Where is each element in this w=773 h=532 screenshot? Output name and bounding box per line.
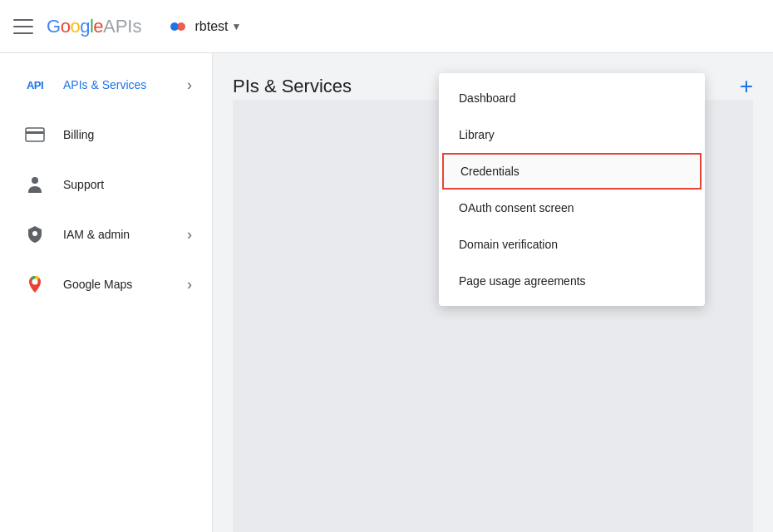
- dropdown-item-dashboard[interactable]: Dashboard: [439, 80, 705, 116]
- logo-o2: o: [70, 16, 80, 37]
- project-dropdown-arrow-icon: ▼: [232, 21, 242, 32]
- project-name: rbtest: [194, 19, 228, 34]
- project-dots-icon: [168, 17, 188, 37]
- svg-point-6: [32, 279, 38, 285]
- iam-icon: [20, 219, 50, 249]
- dropdown-item-credentials[interactable]: Credentials: [442, 153, 702, 190]
- sidebar-item-support[interactable]: Support: [0, 160, 212, 209]
- billing-icon: [20, 120, 50, 150]
- apis-text: APIs: [103, 16, 141, 37]
- sidebar-label-support: Support: [63, 178, 192, 191]
- sidebar-item-google-maps[interactable]: Google Maps ›: [0, 259, 212, 309]
- api-icon: API: [20, 70, 50, 100]
- chevron-right-icon-iam: ›: [187, 226, 192, 244]
- dropdown-item-domain[interactable]: Domain verification: [439, 226, 705, 263]
- sidebar-label-apis-services: APIs & Services: [63, 78, 187, 91]
- sidebar: API APIs & Services › Billing: [0, 53, 213, 532]
- header: Google APIs rbtest ▼: [0, 0, 773, 53]
- sidebar-label-billing: Billing: [63, 128, 192, 141]
- svg-point-5: [32, 231, 37, 236]
- sidebar-item-apis-services[interactable]: API APIs & Services ›: [0, 60, 212, 110]
- logo-e: e: [93, 16, 103, 37]
- support-icon: [20, 170, 50, 200]
- chevron-right-icon: ›: [187, 76, 192, 94]
- hamburger-menu-icon[interactable]: [13, 19, 33, 34]
- google-apis-logo: Google APIs: [47, 16, 141, 37]
- chevron-right-icon-maps: ›: [187, 276, 192, 293]
- svg-rect-3: [26, 131, 44, 134]
- sidebar-item-iam-admin[interactable]: IAM & admin ›: [0, 209, 212, 259]
- sidebar-label-google-maps: Google Maps: [63, 278, 187, 291]
- dropdown-menu: Dashboard Library Credentials OAuth cons…: [439, 73, 705, 306]
- logo-g: G: [47, 16, 61, 37]
- project-selector[interactable]: rbtest ▼: [161, 13, 248, 40]
- svg-rect-2: [26, 128, 44, 141]
- dropdown-item-library[interactable]: Library: [439, 116, 705, 153]
- svg-point-1: [177, 22, 185, 31]
- logo-o1: o: [61, 16, 71, 37]
- dropdown-item-page-usage[interactable]: Page usage agreements: [439, 263, 705, 299]
- maps-icon: [20, 269, 50, 299]
- svg-point-4: [32, 177, 38, 184]
- dropdown-item-oauth[interactable]: OAuth consent screen: [439, 190, 705, 226]
- page-title: PIs & Services: [233, 76, 352, 97]
- sidebar-label-iam-admin: IAM & admin: [63, 228, 187, 241]
- sidebar-item-billing[interactable]: Billing: [0, 110, 212, 160]
- logo-g2: g: [80, 16, 90, 37]
- add-button[interactable]: +: [740, 73, 753, 100]
